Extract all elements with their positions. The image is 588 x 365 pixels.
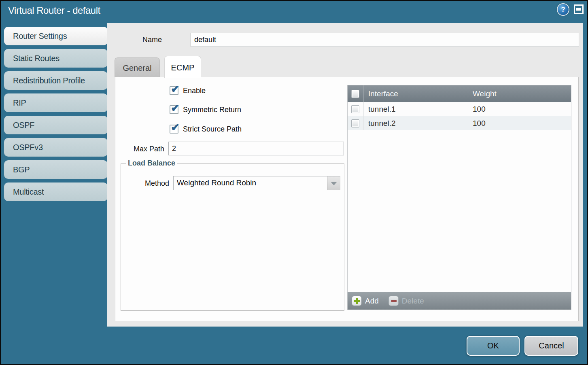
chevron-down-icon [331, 182, 337, 185]
symmetric-return-checkbox-row[interactable]: ✔ Symmetric Return [170, 105, 241, 114]
symmetric-return-label: Symmetric Return [183, 106, 241, 114]
ecmp-interface-table: Interface Weight tunnel.1 100 tunnel.2 1… [347, 85, 571, 310]
column-header-interface: Interface [363, 85, 468, 102]
ok-button[interactable]: OK [467, 336, 520, 356]
load-balance-group: Load Balance Method Weighted Round Robin [121, 163, 344, 311]
tab-ecmp[interactable]: ECMP [164, 56, 201, 78]
header-checkbox-cell [348, 85, 363, 102]
strict-source-path-checkbox-row[interactable]: ✔ Strict Source Path [170, 125, 242, 134]
dropdown-button[interactable] [327, 176, 340, 190]
max-path-input[interactable]: 2 [168, 142, 344, 155]
cancel-button[interactable]: Cancel [524, 336, 578, 356]
table-toolbar: Add Delete [348, 292, 571, 310]
sidebar-item-multicast[interactable]: Multicast [4, 182, 108, 201]
method-value: Weighted Round Robin [177, 178, 256, 187]
strict-source-path-checkbox[interactable]: ✔ [170, 125, 178, 134]
sidebar-item-static-routes[interactable]: Static Routes [4, 49, 108, 68]
enable-checkbox-row[interactable]: ✔ Enable [170, 86, 206, 95]
method-label: Method [121, 179, 169, 188]
help-icon[interactable]: ? [558, 4, 569, 15]
table-row-tunnel2[interactable]: tunnel.2 100 [348, 116, 571, 130]
main-panel: Name default General ECMP ✔ Enable ✔ Sym… [107, 23, 583, 327]
select-all-checkbox[interactable] [351, 90, 359, 98]
dialog-title: Virtual Router - default [8, 5, 100, 16]
add-button-label: Add [365, 297, 379, 306]
sidebar-item-bgp[interactable]: BGP [4, 160, 108, 179]
virtual-router-dialog: Virtual Router - default ? Router Settin… [0, 0, 588, 365]
check-icon: ✔ [171, 83, 180, 95]
add-button[interactable]: Add [352, 296, 379, 306]
ecmp-tab-content: ✔ Enable ✔ Symmetric Return ✔ Strict Sou… [115, 77, 579, 321]
cell-interface: tunnel.2 [363, 116, 468, 130]
cell-weight: 100 [468, 102, 571, 116]
add-plus-icon [352, 296, 362, 306]
table-header: Interface Weight [348, 85, 571, 102]
column-header-weight: Weight [468, 85, 571, 102]
sidebar-item-rip[interactable]: RIP [4, 93, 108, 112]
sidebar-item-ospf[interactable]: OSPF [4, 116, 108, 134]
check-icon: ✔ [171, 102, 180, 115]
cell-weight: 100 [468, 116, 571, 130]
delete-button-label: Delete [402, 297, 424, 306]
enable-label: Enable [183, 87, 206, 95]
sidebar-item-redistribution-profile[interactable]: Redistribution Profile [4, 71, 108, 90]
restore-window-icon[interactable] [574, 4, 584, 14]
cell-interface: tunnel.1 [363, 102, 468, 116]
load-balance-legend: Load Balance [126, 159, 177, 168]
symmetric-return-checkbox[interactable]: ✔ [170, 105, 178, 114]
delete-minus-icon [388, 296, 399, 306]
restore-window-glyph [576, 8, 581, 11]
name-input[interactable]: default [191, 33, 579, 47]
max-path-label: Max Path [115, 145, 164, 153]
sidebar-item-router-settings[interactable]: Router Settings [4, 27, 108, 45]
row-checkbox[interactable] [351, 105, 359, 113]
table-row-tunnel1[interactable]: tunnel.1 100 [348, 102, 571, 116]
delete-button[interactable]: Delete [388, 296, 424, 306]
row-checkbox-cell [348, 102, 363, 116]
sidebar-item-ospfv3[interactable]: OSPFv3 [4, 138, 108, 157]
method-dropdown[interactable]: Weighted Round Robin [173, 176, 340, 190]
name-label: Name [136, 36, 162, 44]
enable-checkbox[interactable]: ✔ [170, 86, 178, 95]
row-checkbox-cell [348, 116, 363, 130]
titlebar: Virtual Router - default ? [1, 1, 587, 23]
check-icon: ✔ [171, 121, 180, 134]
tab-general[interactable]: General [115, 57, 160, 77]
strict-source-path-label: Strict Source Path [183, 125, 242, 134]
row-checkbox[interactable] [351, 119, 359, 127]
